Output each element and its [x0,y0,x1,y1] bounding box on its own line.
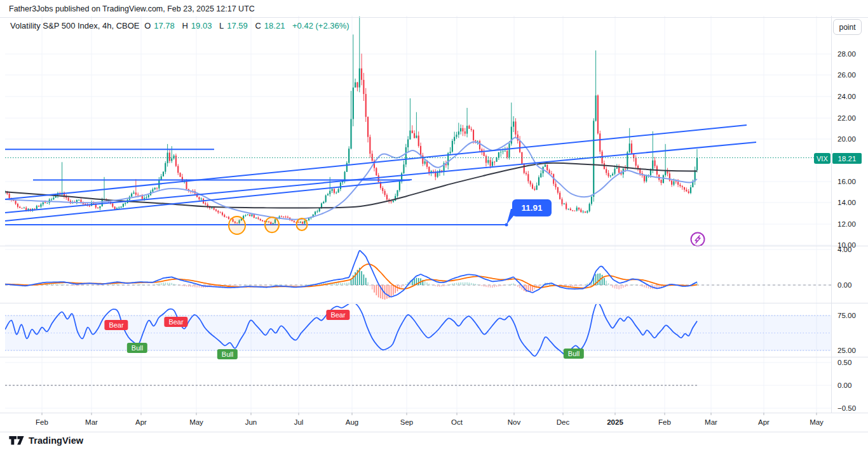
grid [5,16,831,413]
price-axis-label: 28.00 [837,50,856,58]
bull-signal-label[interactable]: Bull [217,349,238,359]
bear-signal-label[interactable]: Bear [326,310,349,320]
bull-signal-label[interactable]: Bull [564,349,584,359]
price-axis-label: 20.00 [837,135,856,143]
axis-unit-button[interactable]: point [833,19,862,35]
time-axis-label: Sep [400,418,413,426]
price-axis-label: 14.00 [837,199,856,206]
bear-signal-label[interactable]: Bear [164,317,187,327]
tradingview-published-chart: Father3Jobs published on TradingView.com… [0,0,868,452]
macd-pane [5,251,831,300]
last-price-symbol-badge: VIX [814,153,831,164]
footer: TradingView [8,434,83,447]
bull-signal-label[interactable]: Bull [127,343,147,353]
price-axis-label: 12.00 [837,220,856,228]
indicator-axis-label: −0.50 [837,404,856,412]
ohlc-close: C18.21 [255,21,285,30]
chart-canvas[interactable] [0,0,868,452]
time-axis-label: Dec [557,418,569,426]
price-axis-label: 26.00 [837,71,856,79]
time-axis-label: Nov [508,418,520,426]
ohlc-high: H19.03 [182,21,212,30]
price-axis-label: 16.00 [837,178,856,185]
symbol-title: Volatility S&P 500 Index, 4h, CBOE [10,21,140,30]
highlight-circle[interactable] [297,218,308,230]
price-axis-label: 24.00 [837,93,856,100]
indicator-axis-label: 0.00 [837,281,851,289]
time-axis-label: 2025 [607,418,623,426]
indicator-axis-label: 0.50 [837,359,851,366]
time-axis-label: May [810,418,824,426]
time-axis-label: May [189,418,203,426]
indicator-axis-label: 0.00 [837,382,851,389]
symbol-legend[interactable]: Volatility S&P 500 Index, 4h, CBOE O17.7… [10,21,352,30]
time-axis-label: Apr [758,418,770,426]
ohlc-low: L17.59 [219,21,248,30]
price-axis-label: 22.00 [837,114,856,122]
ohlc-open: O17.78 [144,21,175,30]
price-callout-label[interactable]: 11.91 [512,199,552,216]
indicator-axis-label: 25.00 [837,347,856,354]
brand-name[interactable]: TradingView [29,435,83,446]
highlight-circle[interactable] [229,216,245,234]
time-axis-label: Mar [85,418,98,426]
time-axis-label: Aug [346,418,358,426]
time-axis-label: Jul [294,418,304,426]
time-axis-label: Feb [36,418,48,426]
highlight-circle[interactable] [265,217,279,232]
time-axis-label: Mar [705,418,717,426]
tradingview-logo-icon[interactable] [8,434,25,447]
publish-header: Father3Jobs published on TradingView.com… [9,4,255,13]
time-axis-label: Apr [135,418,147,426]
drawings[interactable] [5,125,756,226]
time-axis-label: Oct [451,418,463,426]
bolt-icon[interactable] [691,233,705,246]
indicator-axis-label: 4.00 [837,246,851,253]
time-axis-label: Feb [658,418,671,426]
change-value: +0.42 (+2.36%) [292,21,349,30]
last-price-value-badge: 18.21 [832,153,862,164]
indicator-axis-label: 75.00 [837,312,856,319]
time-axis-label: Jun [245,418,257,426]
bear-signal-label[interactable]: Bear [104,320,128,330]
